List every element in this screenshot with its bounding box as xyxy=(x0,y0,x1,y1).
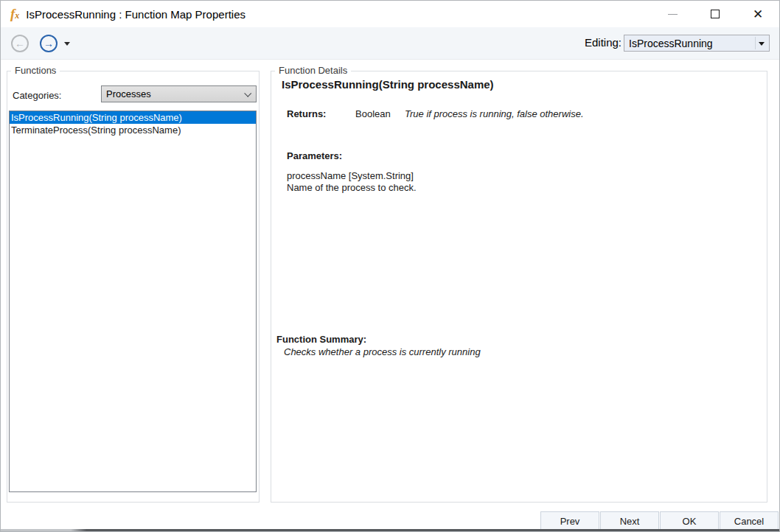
chevron-down-icon xyxy=(244,90,251,97)
function-summary-label: Function Summary: xyxy=(276,334,366,345)
function-signature: IsProcessRunning(String processName) xyxy=(282,78,494,91)
forward-button[interactable]: → xyxy=(40,35,58,52)
ok-button[interactable]: OK xyxy=(660,511,719,531)
maximize-button[interactable] xyxy=(694,1,737,27)
editing-function-value: IsProcessRunning xyxy=(629,38,713,49)
close-button[interactable]: ✕ xyxy=(737,1,779,27)
function-map-properties-window: fx IsProcessRunning : Function Map Prope… xyxy=(0,0,780,532)
minimize-button[interactable] xyxy=(651,1,694,27)
maximize-icon xyxy=(711,10,720,18)
categories-dropdown[interactable]: Processes xyxy=(101,85,257,102)
categories-value: Processes xyxy=(106,88,151,99)
functions-groupbox: Functions Categories: Processes IsProces… xyxy=(7,71,260,503)
returns-description: True if process is running, false otherw… xyxy=(405,108,584,119)
parameters-label: Parameters: xyxy=(287,150,342,161)
next-button[interactable]: Next xyxy=(600,511,659,531)
list-item-isprocessrunning[interactable]: IsProcessRunning(String processName) xyxy=(10,111,256,124)
function-details-groupbox-title: Function Details xyxy=(275,65,351,76)
fx-icon: fx xyxy=(10,7,19,21)
chevron-down-icon xyxy=(759,42,765,46)
function-summary-text: Checks whether a process is currently ru… xyxy=(284,346,481,357)
categories-label: Categories: xyxy=(13,90,61,101)
forward-dropdown-caret-icon[interactable] xyxy=(64,42,70,46)
list-item-terminateprocess[interactable]: TerminateProcess(String processName) xyxy=(10,124,256,136)
prev-button[interactable]: Prev xyxy=(540,511,599,531)
returns-type: Boolean xyxy=(355,108,391,119)
close-icon: ✕ xyxy=(753,8,763,21)
parameter-description: Name of the process to check. xyxy=(287,182,417,193)
footer-button-row: Prev Next OK Cancel xyxy=(540,511,779,531)
editing-label: Editing: xyxy=(585,36,621,49)
back-arrow-icon: ← xyxy=(15,38,25,49)
dropdown-separator xyxy=(755,37,756,49)
returns-label: Returns: xyxy=(287,108,326,119)
cancel-button[interactable]: Cancel xyxy=(720,511,779,531)
parameter-name: processName [System.String] xyxy=(287,170,414,181)
functions-listbox: IsProcessRunning(String processName) Ter… xyxy=(9,111,257,492)
window-bottom-edge xyxy=(1,529,779,531)
minimize-icon xyxy=(668,14,678,15)
window-controls: ✕ xyxy=(651,1,779,27)
function-details-groupbox: Function Details IsProcessRunning(String… xyxy=(271,71,767,503)
window-title: IsProcessRunning : Function Map Properti… xyxy=(26,8,246,21)
back-button[interactable]: ← xyxy=(11,35,29,52)
title-bar: fx IsProcessRunning : Function Map Prope… xyxy=(1,1,779,27)
toolbar: ← → Editing: IsProcessRunning xyxy=(1,27,779,60)
editing-function-dropdown[interactable]: IsProcessRunning xyxy=(624,35,770,52)
functions-groupbox-title: Functions xyxy=(11,65,60,76)
forward-arrow-icon: → xyxy=(43,38,54,49)
